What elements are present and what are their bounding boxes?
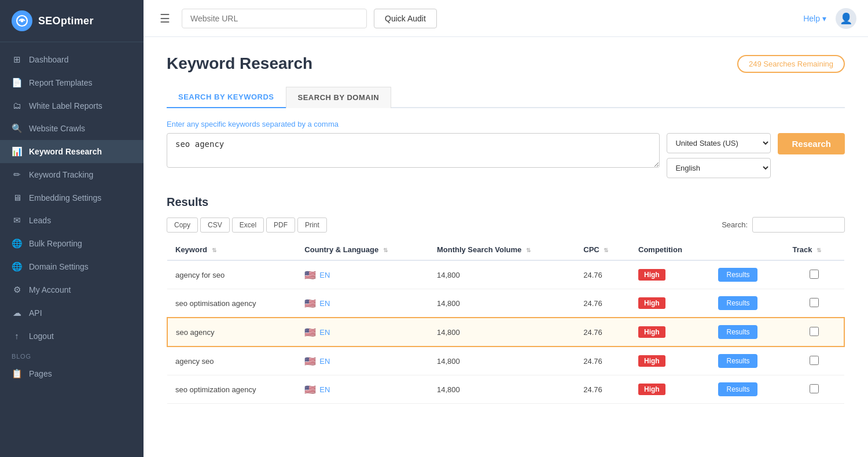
cell-results-btn-4: Results — [710, 375, 784, 404]
track-checkbox-2[interactable] — [810, 327, 819, 336]
sidebar-item-website-crawls[interactable]: 🔍Website Crawls — [0, 117, 144, 140]
topbar-right: Help ▾ 👤 — [803, 8, 856, 29]
col-competition: Competition — [630, 239, 710, 260]
cell-cpc-3: 24.76 — [575, 347, 630, 375]
sidebar-item-api[interactable]: ☁API — [0, 301, 144, 325]
sidebar-label-my-account: My Account — [29, 285, 71, 294]
sidebar-item-report-templates[interactable]: 📄Report Templates — [0, 71, 144, 94]
sort-icon-country: ⇅ — [383, 247, 388, 253]
sidebar-label-keyword-research: Keyword Research — [29, 147, 102, 156]
track-checkbox-0[interactable] — [810, 270, 819, 279]
cell-volume-3: 14,800 — [429, 347, 575, 375]
export-btn-print[interactable]: Print — [297, 218, 327, 233]
sidebar-item-embedding-settings[interactable]: 🖥Embedding Settings — [0, 186, 144, 209]
track-checkbox-3[interactable] — [810, 356, 819, 365]
lang-code-0: EN — [319, 271, 330, 279]
main-area: ☰ Quick Audit Help ▾ 👤 Keyword Research … — [144, 0, 868, 457]
quick-audit-button[interactable]: Quick Audit — [374, 9, 437, 28]
cell-cpc-2: 24.76 — [575, 318, 630, 347]
flag-icon-0: 🇺🇸 — [304, 270, 316, 281]
export-btn-copy[interactable]: Copy — [167, 218, 198, 233]
table-body: agency for seo 🇺🇸 EN 14,800 24.76 High R… — [167, 260, 844, 404]
cell-keyword-0: agency for seo — [167, 260, 296, 289]
col-country-lang: Country & Language ⇅ — [296, 239, 429, 260]
tab-by-domain[interactable]: SEARCH BY DOMAIN — [286, 87, 392, 108]
url-input[interactable] — [182, 9, 367, 28]
export-buttons: CopyCSVExcelPDFPrint — [167, 218, 327, 233]
sidebar-label-logout: Logout — [29, 331, 54, 341]
col-volume: Monthly Search Volume ⇅ — [429, 239, 575, 260]
results-button-3[interactable]: Results — [718, 354, 757, 368]
search-hint: Enter any specific keywords separated by… — [167, 120, 845, 128]
sidebar-label-bulk-reporting: Bulk Reporting — [29, 239, 82, 248]
research-button[interactable]: Research — [778, 133, 845, 154]
lang-code-4: EN — [319, 385, 330, 394]
sidebar-icon-website-crawls: 🔍 — [12, 123, 22, 134]
track-checkbox-4[interactable] — [810, 384, 819, 393]
sidebar-item-white-label-reports[interactable]: 🗂White Label Reports — [0, 94, 144, 117]
cell-competition-0: High — [630, 260, 710, 289]
results-table: Keyword ⇅ Country & Language ⇅ Monthly S… — [167, 239, 845, 404]
sidebar-label-leads: Leads — [29, 216, 51, 225]
menu-icon[interactable]: ☰ — [155, 9, 175, 28]
sidebar-icon-white-label-reports: 🗂 — [12, 101, 22, 110]
sidebar-icon-my-account: ⚙ — [12, 285, 22, 295]
language-select[interactable]: English Spanish French German — [667, 158, 771, 178]
cell-competition-3: High — [630, 347, 710, 375]
table-header: Keyword ⇅ Country & Language ⇅ Monthly S… — [167, 239, 844, 260]
col-results-action — [710, 239, 784, 260]
cell-volume-4: 14,800 — [429, 375, 575, 404]
user-avatar[interactable]: 👤 — [836, 8, 856, 29]
flag-icon-4: 🇺🇸 — [304, 384, 316, 395]
sidebar-icon-leads: ✉ — [12, 215, 22, 226]
results-button-0[interactable]: Results — [718, 268, 757, 282]
flag-icon-2: 🇺🇸 — [304, 327, 316, 338]
cell-country-3: 🇺🇸 EN — [296, 347, 429, 375]
cell-track-4 — [784, 375, 844, 404]
sidebar-item-bulk-reporting[interactable]: 🌐Bulk Reporting — [0, 232, 144, 255]
export-btn-excel[interactable]: Excel — [232, 218, 264, 233]
col-track: Track ⇅ — [784, 239, 844, 260]
cell-country-1: 🇺🇸 EN — [296, 289, 429, 318]
content-area: Keyword Research 249 Searches Remaining … — [144, 37, 868, 457]
tab-by-keywords[interactable]: SEARCH BY KEYWORDS — [167, 87, 286, 108]
table-row: agency seo 🇺🇸 EN 14,800 24.76 High Resul… — [167, 347, 844, 375]
table-row: seo optimisation agency 🇺🇸 EN 14,800 24.… — [167, 289, 844, 318]
track-checkbox-1[interactable] — [810, 298, 819, 307]
table-search-input[interactable] — [752, 217, 845, 233]
export-btn-pdf[interactable]: PDF — [266, 218, 295, 233]
col-keyword: Keyword ⇅ — [167, 239, 296, 260]
sidebar-item-leads[interactable]: ✉Leads — [0, 209, 144, 232]
search-controls: United States (US) United Kingdom (UK) C… — [667, 133, 771, 178]
sidebar-item-domain-settings[interactable]: 🌐Domain Settings — [0, 255, 144, 278]
sidebar-item-keyword-research[interactable]: 📊Keyword Research — [0, 140, 144, 163]
export-btn-csv[interactable]: CSV — [200, 218, 230, 233]
sidebar-label-white-label-reports: White Label Reports — [29, 101, 102, 110]
sidebar-item-logout[interactable]: ↑Logout — [0, 325, 144, 347]
country-select[interactable]: United States (US) United Kingdom (UK) C… — [667, 133, 771, 153]
cell-keyword-3: agency seo — [167, 347, 296, 375]
cell-results-btn-2: Results — [710, 318, 784, 347]
results-title: Results — [167, 196, 845, 209]
cell-competition-4: High — [630, 375, 710, 404]
page-title: Keyword Research — [167, 54, 312, 73]
cell-cpc-1: 24.76 — [575, 289, 630, 318]
sidebar-item-pages[interactable]: 📋Pages — [0, 362, 144, 385]
keyword-textarea[interactable]: seo agency — [167, 133, 660, 168]
help-button[interactable]: Help ▾ — [803, 14, 826, 23]
sidebar-icon-dashboard: ⊞ — [12, 54, 22, 65]
sidebar-item-dashboard[interactable]: ⊞Dashboard — [0, 48, 144, 71]
sidebar-icon-api: ☁ — [12, 308, 22, 318]
sort-icon-keyword: ⇅ — [212, 247, 216, 253]
sidebar-item-keyword-tracking[interactable]: ✏Keyword Tracking — [0, 163, 144, 186]
sidebar-label-embedding-settings: Embedding Settings — [29, 193, 101, 202]
results-button-4[interactable]: Results — [718, 382, 757, 396]
sidebar-item-my-account[interactable]: ⚙My Account — [0, 278, 144, 301]
results-button-2[interactable]: Results — [718, 325, 757, 339]
sidebar-icon-keyword-research: 📊 — [12, 146, 22, 157]
results-button-1[interactable]: Results — [718, 296, 757, 310]
lang-code-1: EN — [319, 299, 330, 308]
sidebar-label-website-crawls: Website Crawls — [29, 124, 85, 133]
sidebar-label-keyword-tracking: Keyword Tracking — [29, 170, 93, 179]
sidebar-icon-report-templates: 📄 — [12, 78, 22, 88]
